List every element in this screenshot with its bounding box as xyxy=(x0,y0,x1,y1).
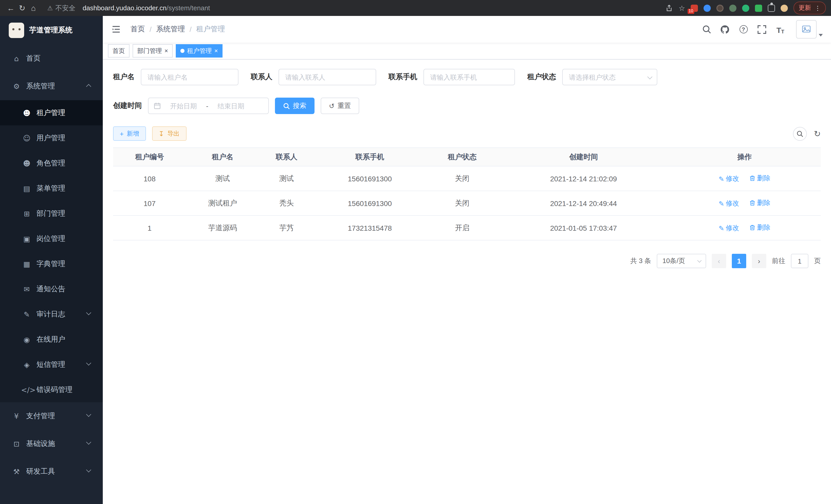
sidebar-item-dept-management[interactable]: ⊞ 部门管理 xyxy=(0,201,103,226)
extension-adblock-icon[interactable]: 10 xyxy=(691,4,698,11)
github-icon[interactable] xyxy=(720,24,730,34)
sidebar-item-online-users[interactable]: ◉ 在线用户 xyxy=(0,327,103,352)
col-phone: 联系手机 xyxy=(314,148,426,166)
bookmark-star-icon[interactable]: ☆ xyxy=(679,4,685,12)
table-row[interactable]: 1 芋道源码 芋艿 17321315478 开启 2021-01-05 17:0… xyxy=(113,215,821,240)
reset-button[interactable]: ↺ 重置 xyxy=(321,98,359,114)
cell-contact: 芋艿 xyxy=(259,215,314,240)
code-icon: </> xyxy=(21,386,32,394)
profile-avatar-icon[interactable] xyxy=(781,4,788,11)
extension-chat-icon[interactable] xyxy=(755,4,762,11)
sidebar-item-tenant-management[interactable]: ☻ 租户管理 xyxy=(0,100,103,125)
date-range-picker[interactable]: - xyxy=(148,98,269,114)
tab-home[interactable]: 首页 xyxy=(108,44,130,58)
home-icon[interactable]: ⌂ xyxy=(28,4,39,12)
sidebar-item-dev-tools[interactable]: ⚒ 研发工具 xyxy=(0,458,103,485)
chevron-down-icon xyxy=(86,412,91,417)
status-select-input[interactable] xyxy=(562,69,657,85)
sidebar-item-post-management[interactable]: ▣ 岗位管理 xyxy=(0,226,103,251)
col-created: 创建时间 xyxy=(499,148,668,166)
browser-menu-icon[interactable]: ⋮ xyxy=(814,4,821,11)
next-page-button[interactable]: › xyxy=(752,254,766,268)
user-avatar-menu[interactable] xyxy=(796,20,823,38)
sidebar-item-sms-management[interactable]: ◈ 短信管理 xyxy=(0,352,103,377)
font-size-icon[interactable]: TT xyxy=(775,24,785,34)
delete-link[interactable]: 删除 xyxy=(749,198,770,208)
status-label: 租户状态 xyxy=(527,72,556,82)
edit-label: 修改 xyxy=(726,199,739,208)
sidebar-item-home[interactable]: ⌂ 首页 xyxy=(0,45,103,72)
page-size-select[interactable]: 10条/页 xyxy=(657,254,706,268)
sidebar-item-user-management[interactable]: ☺ 用户管理 xyxy=(0,125,103,151)
breadcrumb-system[interactable]: 系统管理 xyxy=(156,25,185,34)
sidebar-item-audit-log[interactable]: ✎ 审计日志 xyxy=(0,302,103,327)
chrome-update-button[interactable]: 更新 ⋮ xyxy=(794,2,826,14)
export-button[interactable]: ↧ 导出 xyxy=(152,126,186,141)
export-button-label: 导出 xyxy=(167,129,180,138)
fullscreen-icon[interactable] xyxy=(757,24,767,34)
tenant-table: 租户编号 租户名 联系人 联系手机 租户状态 创建时间 操作 108 测试 测试 xyxy=(113,147,821,240)
prev-page-button[interactable]: ‹ xyxy=(712,254,726,268)
back-icon[interactable]: ← xyxy=(5,4,17,12)
breadcrumb-home[interactable]: 首页 xyxy=(131,25,145,34)
url-path: /system/tenant xyxy=(167,4,210,12)
sidebar-item-label: 研发工具 xyxy=(26,467,55,476)
org-tree-icon: ⊞ xyxy=(21,209,32,217)
refresh-button[interactable]: ↻ xyxy=(814,129,821,139)
extensions-puzzle-icon[interactable] xyxy=(768,4,775,11)
gear-icon: ⚙ xyxy=(11,82,22,90)
search-icon[interactable] xyxy=(701,24,711,34)
edit-link[interactable]: ✎修改 xyxy=(719,199,739,208)
sidebar-item-error-code[interactable]: </> 错误码管理 xyxy=(0,377,103,402)
edit-link[interactable]: ✎修改 xyxy=(719,224,739,233)
collapse-sidebar-icon[interactable] xyxy=(111,24,121,34)
date-end-input[interactable] xyxy=(211,102,251,110)
tab-dept-management[interactable]: 部门管理 × xyxy=(133,44,173,58)
reset-icon: ↺ xyxy=(329,102,335,109)
sidebar-item-dict-management[interactable]: ▦ 字典管理 xyxy=(0,251,103,276)
address-bar[interactable]: dashboard.yudao.iocoder.cn/system/tenant xyxy=(83,4,666,12)
table-row[interactable]: 108 测试 测试 15601691300 关闭 2021-12-14 21:0… xyxy=(113,166,821,191)
date-start-input[interactable] xyxy=(164,102,203,110)
sidebar-item-menu-management[interactable]: ▤ 菜单管理 xyxy=(0,176,103,201)
extension-gray-green-icon[interactable] xyxy=(729,4,737,11)
site-security[interactable]: ⚠ 不安全 xyxy=(47,3,76,12)
question-mark: ? xyxy=(739,25,747,33)
reload-icon[interactable]: ↻ xyxy=(17,3,28,12)
add-button[interactable]: + 新增 xyxy=(113,126,146,141)
close-icon[interactable]: × xyxy=(165,48,168,54)
sidebar-item-role-management[interactable]: ☻ 角色管理 xyxy=(0,151,103,176)
sidebar-item-label: 通知公告 xyxy=(36,285,65,294)
contact-input[interactable] xyxy=(279,69,376,85)
tenant-name-input[interactable] xyxy=(141,69,238,85)
home-icon: ⌂ xyxy=(11,55,22,63)
sidebar-item-label: 首页 xyxy=(26,54,40,63)
trash-icon xyxy=(749,200,755,206)
table-header: 租户编号 租户名 联系人 联系手机 租户状态 创建时间 操作 xyxy=(113,148,821,166)
delete-link[interactable]: 删除 xyxy=(749,174,770,183)
sidebar-item-system-management[interactable]: ⚙ 系统管理 xyxy=(0,72,103,100)
sidebar-item-notice[interactable]: ✉ 通知公告 xyxy=(0,276,103,302)
add-button-label: 新增 xyxy=(127,129,139,138)
table-row[interactable]: 107 测试租户 秃头 15601691300 关闭 2021-12-14 20… xyxy=(113,191,821,215)
tab-tenant-management[interactable]: 租户管理 × xyxy=(176,44,223,58)
sidebar-item-infrastructure[interactable]: ⊡ 基础设施 xyxy=(0,430,103,458)
extension-green-icon[interactable] xyxy=(742,4,749,11)
sidebar-item-payment[interactable]: ¥ 支付管理 xyxy=(0,402,103,430)
toolbar-right: ↻ xyxy=(793,127,821,141)
edit-link[interactable]: ✎修改 xyxy=(719,174,739,184)
delete-link[interactable]: 删除 xyxy=(749,223,770,232)
page-1-button[interactable]: 1 xyxy=(732,254,746,268)
share-icon[interactable] xyxy=(666,4,673,11)
extension-dark-icon[interactable] xyxy=(716,4,724,11)
toggle-search-button[interactable] xyxy=(793,127,807,141)
app-logo-row[interactable]: 芋道管理系统 xyxy=(0,16,103,45)
status-select[interactable] xyxy=(562,69,657,85)
extension-blue-icon[interactable] xyxy=(704,4,711,11)
active-dot xyxy=(180,49,184,53)
phone-input[interactable] xyxy=(424,69,515,85)
help-icon[interactable]: ? xyxy=(739,24,748,34)
goto-page-input[interactable] xyxy=(791,254,808,268)
close-icon[interactable]: × xyxy=(214,48,218,54)
search-button[interactable]: 搜索 xyxy=(275,98,315,114)
